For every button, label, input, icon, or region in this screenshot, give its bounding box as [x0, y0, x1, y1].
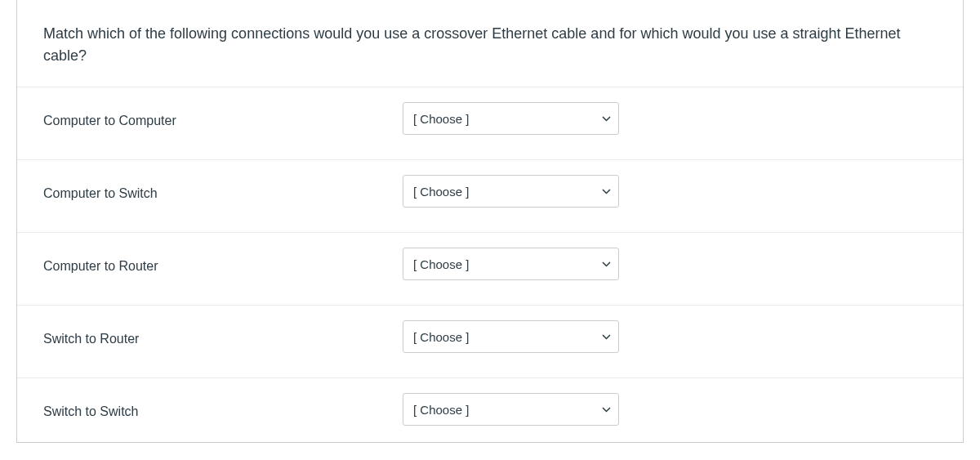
select-wrap: [ Choose ]	[403, 320, 619, 353]
choice-select-switch-to-switch[interactable]: [ Choose ]	[403, 393, 619, 426]
select-wrap: [ Choose ]	[403, 102, 619, 135]
select-wrap: [ Choose ]	[403, 248, 619, 280]
question-container: Match which of the following connections…	[16, 0, 964, 443]
choice-select-switch-to-router[interactable]: [ Choose ]	[403, 320, 619, 353]
select-wrap: [ Choose ]	[403, 175, 619, 208]
select-wrap: [ Choose ]	[403, 393, 619, 426]
match-row: Computer to Switch [ Choose ]	[17, 159, 963, 232]
match-row: Switch to Switch [ Choose ]	[17, 377, 963, 442]
question-prompt: Match which of the following connections…	[17, 0, 963, 87]
match-label-computer-to-router: Computer to Router	[43, 254, 403, 274]
match-row: Computer to Computer [ Choose ]	[17, 87, 963, 159]
match-label-computer-to-computer: Computer to Computer	[43, 109, 403, 128]
choice-select-computer-to-router[interactable]: [ Choose ]	[403, 248, 619, 280]
match-row: Computer to Router [ Choose ]	[17, 232, 963, 305]
match-row: Switch to Router [ Choose ]	[17, 305, 963, 377]
choice-select-computer-to-computer[interactable]: [ Choose ]	[403, 102, 619, 135]
match-label-switch-to-switch: Switch to Switch	[43, 400, 403, 419]
match-label-switch-to-router: Switch to Router	[43, 327, 403, 346]
choice-select-computer-to-switch[interactable]: [ Choose ]	[403, 175, 619, 208]
match-label-computer-to-switch: Computer to Switch	[43, 181, 403, 201]
